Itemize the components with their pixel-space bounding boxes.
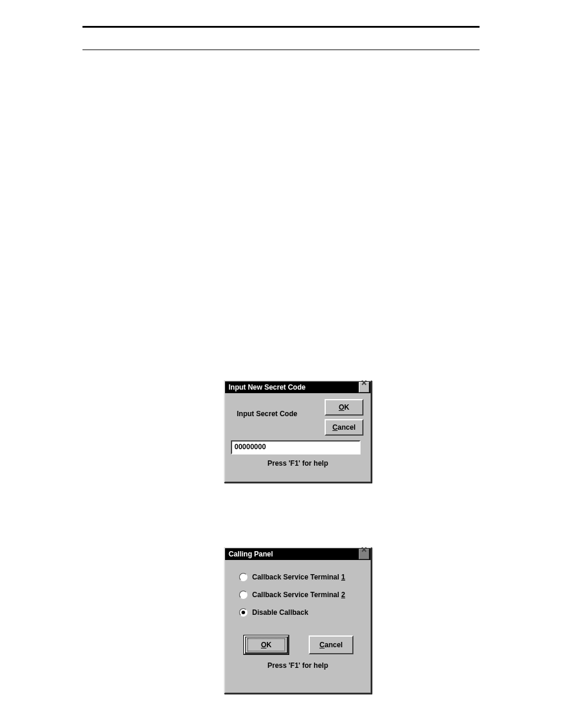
cancel-button[interactable]: Cancel	[325, 419, 363, 436]
ok-button[interactable]: OK	[244, 635, 289, 654]
calling-panel-dialog: Calling Panel Callback Service Terminal …	[224, 547, 372, 694]
dialog-titlebar[interactable]: Input New Secret Code	[225, 381, 371, 393]
ok-button-rest: K	[344, 403, 349, 411]
ok-button-rest: K	[266, 641, 272, 649]
radio-label: Callback Service Terminal 2	[252, 591, 345, 599]
dialog-title: Calling Panel	[229, 550, 273, 558]
divider-top-thin	[82, 50, 480, 50]
help-hint: Press 'F1' for help	[225, 459, 371, 467]
radio-callback-terminal-1[interactable]: Callback Service Terminal 1	[239, 573, 345, 581]
radio-label: Disable Callback	[252, 608, 308, 617]
cancel-button-hotkey: C	[332, 423, 338, 431]
secret-code-input[interactable]: 00000000	[231, 440, 361, 454]
cancel-button-rest: ancel	[325, 641, 343, 649]
radio-icon	[239, 608, 247, 617]
radio-icon	[239, 573, 247, 581]
ok-button-hotkey: O	[261, 641, 266, 649]
dialog-title: Input New Secret Code	[229, 383, 306, 391]
ok-button-hotkey: O	[339, 403, 344, 411]
cancel-button-hotkey: C	[319, 641, 325, 649]
close-button[interactable]	[359, 382, 369, 393]
help-hint: Press 'F1' for help	[225, 661, 371, 670]
input-secret-code-label: Input Secret Code	[237, 410, 297, 418]
divider-top-thick	[82, 26, 480, 28]
close-button[interactable]	[359, 549, 369, 559]
radio-icon	[239, 591, 247, 599]
radio-callback-terminal-2[interactable]: Callback Service Terminal 2	[239, 591, 345, 599]
input-secret-code-dialog: Input New Secret Code Input Secret Code …	[224, 380, 372, 483]
cancel-button[interactable]: Cancel	[309, 635, 353, 654]
dialog-titlebar[interactable]: Calling Panel	[225, 548, 371, 560]
radio-disable-callback[interactable]: Disable Callback	[239, 608, 308, 617]
ok-button[interactable]: OK	[325, 399, 363, 416]
cancel-button-rest: ancel	[338, 423, 356, 431]
radio-label: Callback Service Terminal 1	[252, 573, 345, 581]
